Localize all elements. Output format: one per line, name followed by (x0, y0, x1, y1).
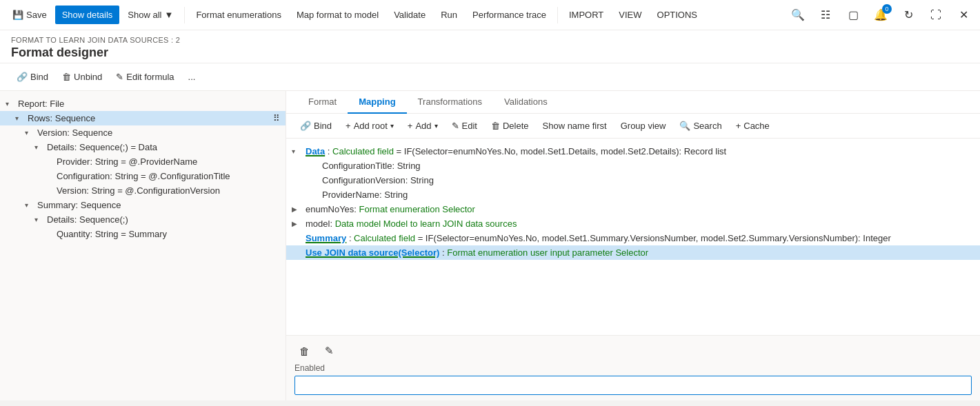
sub-toolbar: 🔗 Bind 🗑 Unbind ✎ Edit formula ... (0, 63, 980, 91)
tree-item-provider[interactable]: Provider: String = @.ProviderName (0, 154, 286, 169)
more-button[interactable]: ... (183, 69, 201, 85)
data-item-providername[interactable]: ProviderName: String (286, 187, 980, 202)
main-content: ▾ Report: File ▾ Rows: Sequence ⠿ ▾ Vers… (0, 91, 980, 400)
tree-item-quantity[interactable]: Quantity: String = Summary (0, 227, 286, 241)
tree-item-details2[interactable]: ▾ Details: Sequence(;) (0, 212, 286, 227)
edit-map-button[interactable]: ✎ Edit (446, 118, 483, 134)
mapping-toolbar: 🔗 Bind + Add root + Add ✎ Edit 🗑 Delete … (286, 114, 980, 139)
enabled-input[interactable] (294, 376, 972, 395)
show-all-button[interactable]: Show all ▼ (121, 6, 180, 24)
data-item-enumnnoyes[interactable]: ▶ enumNoYes: Format enumeration Selector (286, 202, 980, 216)
tree-item-configuration[interactable]: Configuration: String = @.ConfigurationT… (0, 169, 286, 183)
edit-formula-button[interactable]: ✎ Edit formula (110, 69, 179, 85)
main-toolbar: 💾 Save Show details Show all ▼ Format en… (0, 0, 980, 30)
settings-icon-button[interactable]: ☷ (814, 4, 837, 26)
tree-item-version2[interactable]: Version: String = @.ConfigurationVersion (0, 183, 286, 198)
toggle-icon (44, 158, 54, 165)
tree-item-label: Details: Sequence(;) (47, 214, 128, 225)
notification-count: 0 (882, 4, 892, 14)
tree-item-label: Report: File (18, 99, 64, 109)
chevron-down-icon: ▼ (165, 10, 174, 20)
right-panel: Format Mapping Transformations Validatio… (286, 91, 980, 400)
show-name-first-button[interactable]: Show name first (537, 118, 612, 134)
office-icon-button[interactable]: ▢ (842, 4, 864, 26)
toggle-icon (308, 191, 319, 199)
data-item-join[interactable]: Use JOIN data source(Selector) : Format … (286, 245, 980, 260)
save-icon: 💾 (12, 10, 23, 20)
tabs: Format Mapping Transformations Validatio… (286, 91, 980, 114)
save-button[interactable]: 💾 Save (6, 6, 54, 24)
add-button[interactable]: + Add (402, 118, 443, 134)
link-icon: 🔗 (17, 72, 28, 82)
delete-map-button[interactable]: 🗑 Delete (486, 118, 534, 134)
plus-icon: + (408, 121, 413, 131)
delete-bottom-button[interactable]: 🗑 (294, 341, 314, 361)
add-root-button[interactable]: + Add root (340, 118, 399, 134)
plus-icon: + (736, 121, 741, 131)
toggle-icon (44, 230, 54, 238)
tree-item-label: Details: Sequence(;) = Data (47, 142, 157, 152)
breadcrumb: FORMAT TO LEARN JOIN DATA SOURCES : 2 (11, 36, 969, 44)
tree-item-report[interactable]: ▾ Report: File (0, 97, 286, 111)
link-icon: 🔗 (300, 121, 311, 131)
run-button[interactable]: Run (434, 6, 464, 24)
search-icon: 🔍 (679, 121, 690, 131)
data-item-data[interactable]: ▾ Data : Calculated field = IF(Selector=… (286, 144, 980, 159)
data-item-configversion[interactable]: ConfigurationVersion: String (286, 173, 980, 187)
search-toolbar-button[interactable]: 🔍 (787, 4, 809, 26)
import-button[interactable]: IMPORT (562, 6, 610, 24)
left-panel: ▾ Report: File ▾ Rows: Sequence ⠿ ▾ Vers… (0, 91, 286, 400)
tree-item-details[interactable]: ▾ Details: Sequence(;) = Data (0, 140, 286, 154)
trash-icon: 🗑 (62, 72, 71, 82)
toggle-icon (308, 162, 319, 170)
tree-item-version[interactable]: ▾ Version: Sequence (0, 125, 286, 140)
options-button[interactable]: OPTIONS (650, 6, 705, 24)
data-item-model[interactable]: ▶ model: Data model Model to learn JOIN … (286, 216, 980, 231)
data-item-summary[interactable]: Summary : Calculated field = IF(Selector… (286, 231, 980, 245)
data-tree: ▾ Data : Calculated field = IF(Selector=… (286, 139, 980, 335)
bottom-panel: 🗑 ✎ Enabled (286, 335, 980, 400)
tree-item-label: Summary: Sequence (37, 200, 121, 210)
view-button[interactable]: VIEW (612, 6, 648, 24)
show-details-button[interactable]: Show details (55, 6, 120, 24)
pencil-icon: ✎ (116, 72, 123, 82)
tab-format[interactable]: Format (297, 91, 348, 114)
tree-item-label: Rows: Sequence (28, 113, 95, 123)
edit-bottom-button[interactable]: ✎ (319, 341, 339, 361)
toggle-icon (292, 249, 303, 256)
bottom-actions: 🗑 ✎ (294, 341, 972, 361)
toggle-icon: ▾ (15, 114, 25, 122)
cache-button[interactable]: + Cache (730, 118, 775, 134)
enabled-label: Enabled (294, 363, 972, 373)
toolbar-right: 🔍 ☷ ▢ 🔔 0 ↻ ⛶ ✕ (787, 4, 974, 26)
notification-button[interactable]: 🔔 0 (870, 4, 892, 26)
pencil-icon: ✎ (452, 121, 459, 131)
tab-validations[interactable]: Validations (493, 91, 559, 114)
map-bind-button[interactable]: 🔗 Bind (294, 118, 337, 134)
search-map-button[interactable]: 🔍 Search (674, 118, 727, 134)
tree-item-label: Quantity: String = Summary (57, 229, 167, 239)
trash-icon: 🗑 (491, 121, 500, 131)
toggle-icon: ▾ (25, 201, 34, 209)
tree-item-label: Provider: String = @.ProviderName (57, 156, 197, 167)
toggle-icon (44, 187, 54, 194)
toggle-icon: ▾ (6, 100, 15, 108)
performance-trace-button[interactable]: Performance trace (466, 6, 553, 24)
tree-item-label: Version: Sequence (37, 128, 112, 138)
tab-transformations[interactable]: Transformations (407, 91, 493, 114)
close-button[interactable]: ✕ (952, 4, 974, 26)
maximize-button[interactable]: ⛶ (925, 4, 947, 26)
separator-2 (557, 7, 558, 23)
map-format-to-model-button[interactable]: Map format to model (290, 6, 386, 24)
tree-item-rows[interactable]: ▾ Rows: Sequence ⠿ (0, 111, 286, 125)
group-view-button[interactable]: Group view (615, 118, 672, 134)
tree-item-summary[interactable]: ▾ Summary: Sequence (0, 198, 286, 212)
unbind-sub-button[interactable]: 🗑 Unbind (57, 69, 108, 85)
tab-mapping[interactable]: Mapping (348, 91, 406, 114)
bind-sub-button[interactable]: 🔗 Bind (11, 69, 54, 85)
validate-button[interactable]: Validate (387, 6, 432, 24)
refresh-button[interactable]: ↻ (897, 4, 919, 26)
format-enumerations-button[interactable]: Format enumerations (189, 6, 288, 24)
page-title: Format designer (11, 45, 969, 60)
data-item-configtitle[interactable]: ConfigurationTitle: String (286, 159, 980, 173)
